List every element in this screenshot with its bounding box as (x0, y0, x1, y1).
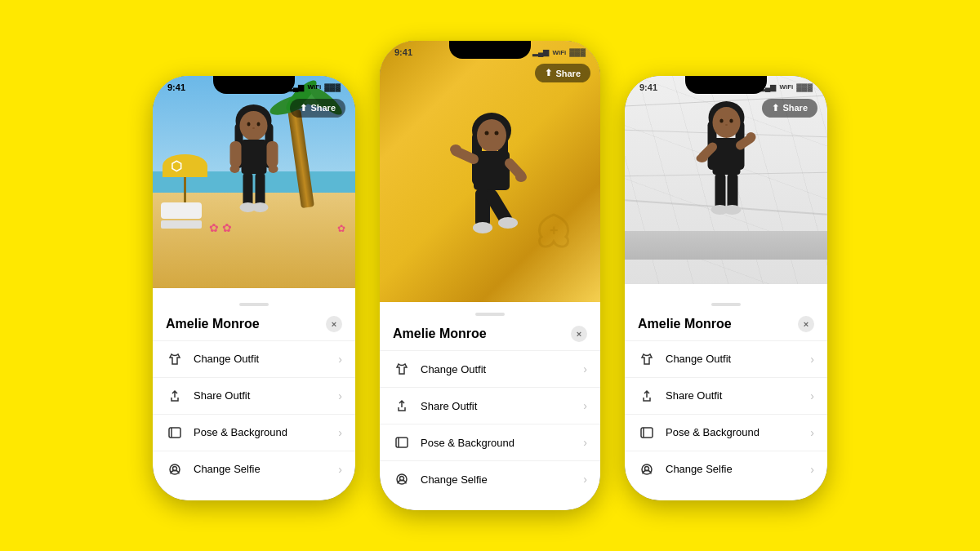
menu-close-center[interactable]: × (571, 326, 587, 342)
selfie-text-center: Change Selfie (421, 473, 583, 486)
beach-chair (161, 202, 202, 229)
menu-item-pose-left[interactable]: Pose & Background › (153, 414, 355, 451)
menu-item-selfie-left[interactable]: Change Selfie › (153, 451, 355, 487)
svg-rect-53 (728, 174, 738, 208)
svg-rect-12 (243, 173, 253, 206)
arrow-icon-selfie-left: › (338, 463, 342, 476)
phone-left: 9:41 ▂▄▆ WiFi ▓▓▓ (153, 76, 355, 500)
svg-point-35 (498, 217, 518, 229)
arrow-icon-selfie-center: › (583, 473, 587, 486)
gold-scene: + (380, 41, 600, 302)
menu-title-left: Amelie Monroe (166, 317, 260, 331)
pose-icon-right (638, 424, 656, 442)
menu-item-share-outfit-center[interactable]: Share Outfit › (380, 387, 600, 424)
svg-rect-16 (169, 428, 180, 438)
arrow-icon-share-center: › (583, 399, 587, 412)
arrow-icon-share-right: › (810, 389, 814, 402)
share-button-center[interactable]: ⬆ Share (535, 64, 590, 82)
svg-point-51 (746, 132, 756, 142)
wifi-icon-left: WiFi (308, 83, 322, 91)
menu-handle-left (239, 303, 269, 306)
arrow-icon-outfit-left: › (338, 353, 342, 366)
svg-point-44 (719, 118, 723, 122)
pose-text-left: Pose & Background (194, 426, 338, 438)
time-center: 9:41 (394, 47, 412, 57)
share-icon-right: ⬆ (772, 103, 779, 113)
svg-point-31 (515, 172, 527, 182)
menu-title-center: Amelie Monroe (393, 327, 487, 341)
svg-point-34 (473, 222, 492, 233)
menu-item-pose-right[interactable]: Pose & Background › (625, 414, 827, 451)
svg-rect-13 (256, 173, 265, 206)
pose-icon-left (166, 424, 184, 442)
svg-point-3 (240, 111, 268, 140)
menu-item-share-outfit-right[interactable]: Share Outfit › (625, 377, 827, 414)
change-outfit-text-right: Change Outfit (666, 353, 810, 365)
svg-point-15 (252, 202, 269, 212)
menu-panel-right: Amelie Monroe × Change Outfit › (625, 296, 827, 500)
share-outfit-text-center: Share Outfit (421, 400, 583, 412)
menu-item-change-outfit-center[interactable]: Change Outfit › (380, 350, 600, 387)
menu-handle-right (711, 303, 741, 306)
phone-center: 9:41 ▂▄▆ WiFi ▓▓▓ + (380, 41, 600, 510)
svg-rect-9 (267, 141, 278, 167)
share-label-left: Share (310, 103, 336, 113)
share-outfit-icon-center (393, 397, 411, 415)
svg-point-5 (257, 122, 261, 126)
svg-rect-47 (713, 138, 741, 175)
menu-panel-left: Amelie Monroe × Change Outfit › (153, 296, 355, 500)
svg-rect-8 (230, 141, 242, 167)
outfit-icon-right (638, 350, 656, 368)
palm-tree (301, 109, 314, 207)
notch-center (449, 41, 531, 59)
selfie-icon-center (393, 470, 411, 488)
svg-line-33 (492, 196, 506, 220)
share-outfit-icon-left (166, 387, 184, 405)
share-outfit-icon-right (638, 387, 656, 405)
change-outfit-text-left: Change Outfit (194, 353, 338, 365)
menu-item-share-outfit-left[interactable]: Share Outfit › (153, 377, 355, 414)
menu-item-pose-center[interactable]: Pose & Background › (380, 424, 600, 460)
arrow-icon-share-left: › (338, 389, 342, 402)
menu-close-right[interactable]: × (798, 316, 814, 332)
status-icons-center: ▂▄▆ WiFi ▓▓▓ (532, 48, 586, 56)
time-left: 9:41 (167, 82, 185, 92)
svg-rect-27 (474, 151, 510, 190)
menu-close-left[interactable]: × (326, 316, 342, 332)
menu-item-selfie-center[interactable]: Change Selfie › (380, 460, 600, 497)
avatar-beach (224, 103, 285, 229)
menu-header-right: Amelie Monroe × (625, 316, 827, 340)
svg-rect-52 (715, 174, 726, 208)
svg-point-25 (485, 131, 489, 136)
menu-handle-center (475, 313, 505, 316)
pose-text-right: Pose & Background (666, 426, 810, 438)
svg-point-26 (495, 131, 499, 136)
share-button-right[interactable]: ⬆ Share (762, 99, 817, 118)
menu-item-change-outfit-right[interactable]: Change Outfit › (625, 340, 827, 377)
wifi-icon-center: WiFi (553, 49, 567, 56)
change-outfit-text-center: Change Outfit (421, 363, 583, 375)
share-label-center: Share (555, 69, 581, 78)
arrow-icon-outfit-center: › (583, 362, 587, 375)
svg-point-11 (269, 165, 278, 173)
svg-text:+: + (550, 222, 559, 238)
menu-item-selfie-right[interactable]: Change Selfie › (625, 451, 827, 487)
pose-text-center: Pose & Background (421, 437, 583, 449)
battery-icon-left: ▓▓▓ (324, 83, 341, 91)
menu-item-change-outfit-left[interactable]: Change Outfit › (153, 340, 355, 377)
svg-point-45 (729, 118, 733, 122)
phones-container: 9:41 ▂▄▆ WiFi ▓▓▓ (0, 0, 980, 551)
svg-point-55 (724, 205, 742, 215)
pose-icon-center (393, 433, 411, 451)
selfie-icon-right (638, 460, 656, 478)
svg-rect-7 (242, 140, 267, 174)
share-button-left[interactable]: ⬆ Share (290, 99, 345, 118)
svg-point-43 (713, 107, 741, 138)
notch-right (685, 76, 767, 94)
svg-point-29 (450, 144, 461, 154)
svg-point-46 (725, 124, 728, 126)
arrow-icon-outfit-right: › (810, 353, 814, 366)
time-right: 9:41 (639, 82, 657, 92)
svg-point-6 (252, 127, 255, 129)
share-outfit-text-right: Share Outfit (666, 389, 810, 402)
